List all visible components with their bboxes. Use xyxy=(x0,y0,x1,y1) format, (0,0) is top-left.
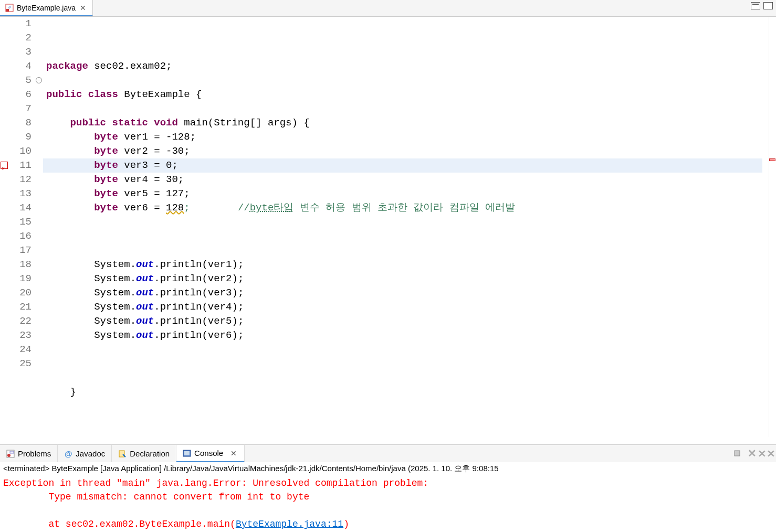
tab-javadoc[interactable]: @ Javadoc xyxy=(58,445,112,462)
line-number: 17 xyxy=(9,243,32,258)
tab-javadoc-label: Javadoc xyxy=(76,449,105,458)
code-line[interactable] xyxy=(46,343,769,357)
console-toolbar: ✕ ⨯⨯ xyxy=(732,448,772,459)
folding-column: − xyxy=(36,17,43,437)
console-error-line: Exception in thread "main" java.lang.Err… xyxy=(3,478,434,488)
code-area[interactable]: package sec02.exam02;public class ByteEx… xyxy=(43,17,769,437)
code-line[interactable] xyxy=(46,73,769,88)
overview-ruler[interactable] xyxy=(769,17,776,437)
bottom-panel-tabs: Problems @ Javadoc Declaration Console ✕… xyxy=(0,444,776,462)
code-line[interactable]: } xyxy=(46,385,769,399)
declaration-icon xyxy=(118,450,127,458)
remove-all-launches-button[interactable]: ⨯⨯ xyxy=(761,448,772,459)
line-number-gutter: 1234567891011121314151617181920212223242… xyxy=(9,17,36,437)
close-icon[interactable]: ✕ xyxy=(79,4,87,12)
code-line[interactable]: byte ver1 = -128; xyxy=(46,130,769,144)
line-number: 1 xyxy=(9,17,32,31)
code-line[interactable]: byte ver4 = 30; xyxy=(46,173,769,187)
console-error-line: Type mismatch: cannot convert from int t… xyxy=(3,492,309,502)
console-source-link[interactable]: ByteExample.java:11 xyxy=(236,519,343,529)
line-number: 25 xyxy=(9,357,32,371)
code-line[interactable]: System.out.println(ver3); xyxy=(46,286,769,300)
marker-column xyxy=(0,17,9,437)
console-app-name: ByteExample [Java Application] xyxy=(52,464,164,473)
maximize-button[interactable] xyxy=(763,2,773,9)
line-number: 14 xyxy=(9,201,32,215)
svg-rect-5 xyxy=(10,451,14,453)
file-tab-label: ByteExample.java xyxy=(17,4,76,12)
line-number: 20 xyxy=(9,286,32,300)
overview-error-mark[interactable] xyxy=(769,158,775,161)
line-number: 5 xyxy=(9,73,32,88)
line-number: 7 xyxy=(9,102,32,116)
code-line[interactable]: package sec02.exam02; xyxy=(46,59,769,73)
line-number: 23 xyxy=(9,328,32,343)
minimize-button[interactable] xyxy=(751,2,760,9)
line-number: 8 xyxy=(9,116,32,130)
line-number: 16 xyxy=(9,229,32,243)
tab-declaration[interactable]: Declaration xyxy=(112,445,176,462)
code-line[interactable] xyxy=(46,357,769,371)
editor-tab-bar: J ByteExample.java ✕ xyxy=(0,0,776,17)
code-line[interactable]: System.out.println(ver4); xyxy=(46,300,769,314)
line-number: 22 xyxy=(9,314,32,328)
error-marker-icon[interactable] xyxy=(1,162,8,169)
fold-toggle-icon[interactable]: − xyxy=(36,77,42,83)
code-line[interactable]: public class ByteExample { xyxy=(46,88,769,102)
console-jvm-path: /Library/Java/JavaVirtualMachines/jdk-21… xyxy=(164,464,406,473)
code-line[interactable]: byte ver6 = 128; //byte타입 변수 허용 범위 초과한 값… xyxy=(46,201,769,215)
line-number: 12 xyxy=(9,173,32,187)
line-number: 3 xyxy=(9,45,32,59)
code-line[interactable]: public static void main(String[] args) { xyxy=(46,116,769,130)
line-number: 2 xyxy=(9,31,32,45)
console-timestamp: (2025. 1. 10. 오후 9:08:15 xyxy=(406,464,499,473)
problems-icon xyxy=(6,450,15,458)
line-number: 9 xyxy=(9,130,32,144)
code-line[interactable] xyxy=(46,229,769,243)
java-file-icon: J xyxy=(5,4,14,12)
console-launch-header: <terminated> ByteExample [Java Applicati… xyxy=(0,462,776,475)
line-number: 21 xyxy=(9,300,32,314)
line-number: 13 xyxy=(9,187,32,201)
console-output[interactable]: Exception in thread "main" java.lang.Err… xyxy=(0,475,776,532)
console-stack-line-post: ) xyxy=(343,519,349,529)
remove-launch-button[interactable]: ✕ xyxy=(747,448,757,459)
terminate-button[interactable] xyxy=(732,448,742,459)
code-line[interactable]: System.out.println(ver1); xyxy=(46,258,769,272)
code-line[interactable]: byte ver3 = 0; xyxy=(46,158,769,173)
svg-rect-8 xyxy=(184,451,190,455)
window-controls xyxy=(751,2,773,9)
tab-console[interactable]: Console ✕ xyxy=(176,445,245,462)
svg-rect-6 xyxy=(119,451,124,457)
code-line[interactable] xyxy=(46,102,769,116)
line-number: 11 xyxy=(9,158,32,173)
code-line[interactable]: byte ver5 = 127; xyxy=(46,187,769,201)
console-icon xyxy=(183,449,191,457)
tab-console-label: Console xyxy=(194,449,223,457)
code-line[interactable] xyxy=(46,399,769,413)
svg-rect-9 xyxy=(735,451,740,456)
tab-problems-label: Problems xyxy=(18,449,51,458)
line-number: 4 xyxy=(9,59,32,73)
tab-problems[interactable]: Problems xyxy=(0,445,58,462)
code-line[interactable] xyxy=(46,215,769,229)
console-status: <terminated> xyxy=(3,464,52,473)
close-icon[interactable]: ✕ xyxy=(229,449,238,457)
file-tab[interactable]: J ByteExample.java ✕ xyxy=(0,0,93,16)
svg-text:J: J xyxy=(8,5,11,9)
svg-point-4 xyxy=(7,454,11,457)
code-line[interactable]: System.out.println(ver2); xyxy=(46,272,769,286)
code-editor[interactable]: 1234567891011121314151617181920212223242… xyxy=(0,17,776,437)
javadoc-icon: @ xyxy=(64,450,72,458)
line-number: 15 xyxy=(9,215,32,229)
line-number: 24 xyxy=(9,343,32,357)
line-number: 18 xyxy=(9,258,32,272)
tab-declaration-label: Declaration xyxy=(130,449,170,458)
code-line[interactable]: System.out.println(ver5); xyxy=(46,314,769,328)
code-line[interactable]: System.out.println(ver6); xyxy=(46,328,769,343)
code-line[interactable] xyxy=(46,371,769,385)
code-content[interactable]: package sec02.exam02;public class ByteEx… xyxy=(46,59,769,413)
code-line[interactable]: byte ver2 = -30; xyxy=(46,144,769,158)
code-line[interactable] xyxy=(46,243,769,258)
line-number: 19 xyxy=(9,272,32,286)
